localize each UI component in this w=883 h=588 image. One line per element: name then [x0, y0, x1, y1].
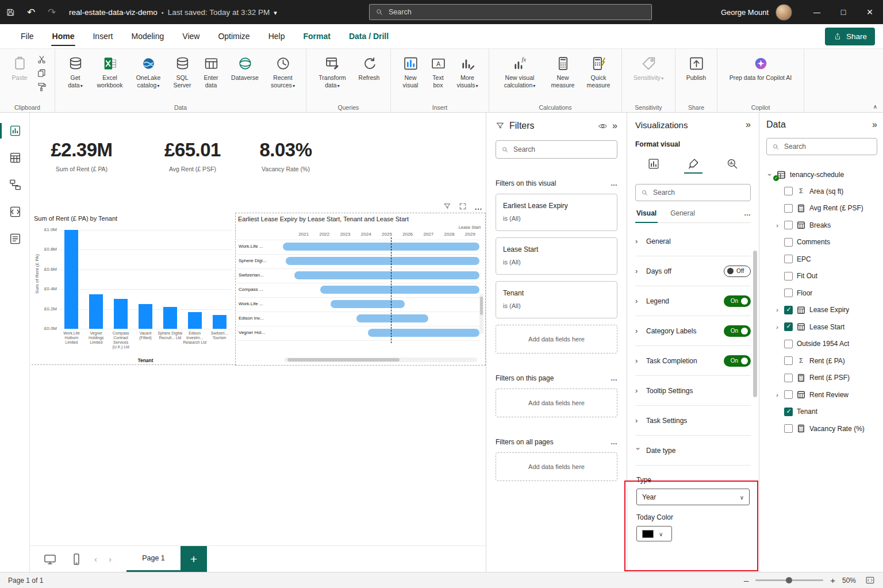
kpi-card-avg-rent-psf[interactable]: £65.01Avg Rent (£ PSF)	[147, 139, 239, 172]
filter-card-earliest-lease-expiry[interactable]: Earliest Lease Expiryis (All)	[496, 194, 617, 231]
zoom-slider-thumb[interactable]	[786, 577, 792, 583]
menu-tab-insert[interactable]: Insert	[83, 24, 122, 48]
field-row-breaks[interactable]: Breaks	[766, 217, 877, 234]
field-row-outside-1954-act[interactable]: Outside 1954 Act	[766, 336, 877, 353]
format-section-tooltip-settings[interactable]: Tooltip Settings	[635, 376, 751, 406]
bar-chart-visual[interactable]: Sum of Rent (£ PA) by Tenant Sum of Rent…	[32, 213, 235, 366]
minimize-button[interactable]	[804, 0, 830, 24]
field-checkbox[interactable]	[784, 238, 793, 247]
zoom-in-icon[interactable]	[830, 575, 835, 585]
collapse-data-pane-icon[interactable]	[872, 120, 877, 130]
horizontal-scrollbar[interactable]	[284, 358, 477, 362]
gantt-bar[interactable]	[356, 314, 428, 322]
field-row-rent-psf[interactable]: Rent (£ PSF)	[766, 370, 877, 387]
field-checkbox[interactable]	[784, 187, 793, 195]
maximize-button[interactable]	[830, 0, 857, 24]
text-box-button[interactable]: AText box	[427, 52, 450, 101]
field-checkbox[interactable]	[784, 322, 793, 331]
field-row-lease-start[interactable]: Lease Start	[766, 318, 877, 336]
field-row-rent-review[interactable]: Rent Review	[766, 386, 877, 403]
format-section-legend[interactable]: LegendOn	[635, 286, 751, 316]
table-row-tenancy-schedule[interactable]: tenancy-schedule	[766, 167, 877, 183]
data-search-box[interactable]: Search	[766, 138, 877, 155]
more-options-icon[interactable]	[611, 374, 617, 382]
toggle-days-off[interactable]: Off	[724, 266, 751, 277]
report-view-button[interactable]	[0, 117, 30, 144]
dataverse-button[interactable]: Dataverse	[226, 52, 263, 101]
format-section-general[interactable]: General	[635, 226, 751, 256]
field-row-rent-pa[interactable]: ΣRent (£ PA)	[766, 352, 877, 370]
more-visuals-button[interactable]: More visuals	[453, 52, 482, 101]
format-section-date-type[interactable]: Date type	[635, 436, 751, 466]
format-section-task-settings[interactable]: Task Settings	[635, 406, 751, 436]
more-options-icon[interactable]	[474, 202, 483, 210]
bar-work-life-holborn-limited[interactable]	[64, 230, 78, 329]
field-row-epc[interactable]: EPC	[766, 251, 877, 268]
enter-data-button[interactable]: Enter data	[199, 52, 223, 101]
field-checkbox[interactable]	[784, 204, 793, 213]
field-row-avg-rent-psf[interactable]: Avg Rent (£ PSF)	[766, 200, 877, 217]
field-checkbox[interactable]	[784, 390, 793, 399]
bar-sphere-digital-recruit-ltd[interactable]	[163, 307, 177, 329]
dax-query-view-button[interactable]	[0, 198, 30, 225]
field-checkbox[interactable]	[784, 424, 793, 433]
field-row-area-sq-ft[interactable]: ΣArea (sq ft)	[766, 183, 877, 200]
save-button[interactable]	[0, 0, 21, 24]
menu-tab-data-drill[interactable]: Data / Drill	[340, 24, 398, 48]
tab-visual[interactable]: Visual	[635, 209, 658, 222]
model-view-button[interactable]	[0, 171, 30, 198]
visualizations-scrollbar[interactable]	[753, 251, 758, 566]
prep-data-for-copilot-ai-button[interactable]: Prep data for Copilot AI	[724, 52, 797, 101]
eye-icon[interactable]	[598, 121, 608, 131]
add-data-fields-dropzone[interactable]: Add data fields here	[496, 389, 617, 417]
field-checkbox[interactable]	[784, 255, 793, 263]
fit-to-page-icon[interactable]	[865, 575, 875, 585]
document-title[interactable]: real-estate-data-viz-demo Last saved: To…	[69, 8, 277, 17]
next-page-icon[interactable]	[109, 554, 112, 564]
gantt-bar[interactable]	[368, 329, 479, 337]
field-row-lease-expiry[interactable]: Lease Expiry	[766, 302, 877, 319]
focus-mode-icon[interactable]	[459, 202, 467, 210]
expand-chevron-icon[interactable]	[774, 391, 780, 398]
scrollbar-thumb[interactable]	[287, 358, 400, 362]
publish-button[interactable]: Publish	[682, 52, 710, 101]
bar-edison-investm-research-ltd[interactable]	[188, 312, 202, 329]
collapse-visualizations-pane-icon[interactable]	[746, 120, 751, 130]
global-search-box[interactable]: Search	[369, 4, 652, 20]
copy-icon[interactable]	[36, 68, 47, 79]
filter-card-tenant[interactable]: Tenantis (All)	[496, 281, 617, 318]
zoom-out-icon[interactable]	[744, 575, 748, 585]
mobile-layout-icon[interactable]	[70, 553, 83, 566]
format-visual-icon[interactable]	[684, 155, 702, 174]
field-row-fit-out[interactable]: Fit Out	[766, 268, 877, 285]
collapse-table-chevron-icon[interactable]	[766, 172, 774, 178]
type-dropdown[interactable]: Year	[636, 489, 750, 505]
bar-vacant-fitted[interactable]	[139, 304, 152, 329]
format-more-options-icon[interactable]	[744, 209, 751, 222]
kpi-card-vacancy-rate[interactable]: 8.03%Vacancy Rate (%)	[245, 139, 326, 172]
redo-button[interactable]: ↷	[41, 0, 62, 24]
previous-page-icon[interactable]	[94, 554, 97, 564]
gantt-bar[interactable]	[320, 286, 479, 294]
report-canvas[interactable]: £2.39MSum of Rent (£ PA)£65.01Avg Rent (…	[30, 113, 486, 545]
zoom-slider[interactable]	[755, 579, 823, 581]
field-checkbox[interactable]	[784, 289, 793, 297]
bar-compass-contract-services-u-k-ltd[interactable]	[114, 299, 128, 329]
more-options-icon[interactable]	[611, 179, 617, 187]
quick-measure-button[interactable]: Quick measure	[582, 52, 615, 101]
sql-server-button[interactable]: SQL Server	[169, 52, 195, 101]
analytics-icon[interactable]	[723, 155, 742, 174]
get-data-button[interactable]: Get data	[62, 52, 89, 101]
format-section-days-off[interactable]: Days offOff	[635, 256, 751, 286]
gantt-chart-visual[interactable]: Earliest Lease Expiry by Lease Start, Te…	[235, 213, 486, 366]
gantt-bar[interactable]	[294, 271, 479, 279]
recent-sources-button[interactable]: Recent sources	[267, 52, 299, 101]
format-search-box[interactable]: Search	[635, 184, 751, 201]
share-button[interactable]: Share	[825, 28, 875, 45]
menu-tab-format[interactable]: Format	[294, 24, 339, 48]
vertical-scrollbar[interactable]	[479, 294, 483, 334]
kpi-card-sum-of-rent-pa[interactable]: £2.39MSum of Rent (£ PA)	[36, 139, 128, 172]
format-section-category-labels[interactable]: Category LabelsOn	[635, 316, 751, 346]
field-checkbox[interactable]	[784, 356, 793, 365]
menu-tab-modeling[interactable]: Modeling	[122, 24, 173, 48]
